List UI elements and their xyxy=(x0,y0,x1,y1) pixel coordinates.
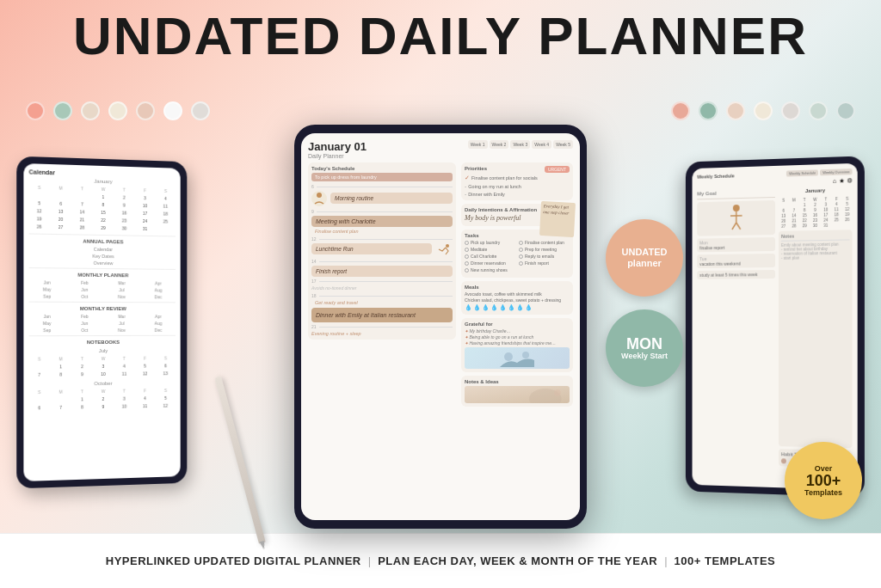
planner-screen: January 01 Daily Planner Week 1 Week 2 W… xyxy=(301,133,580,520)
annual-pages-label: ANNUAL PAGES xyxy=(29,238,176,246)
dot-6 xyxy=(163,101,182,120)
week-tab-2[interactable]: Week 2 xyxy=(490,140,509,149)
tablet-right-screen: Weekly Schedule Weekly Schedule Weekly O… xyxy=(693,163,858,490)
right-left-col: My Goal Mon finalise report xyxy=(697,189,775,466)
weekly-label: Weekly Schedule xyxy=(697,173,734,179)
planner-date-area: January 01 Daily Planner xyxy=(308,140,367,159)
bottom-text-3: 100+ TEMPLATES xyxy=(675,554,776,567)
mr-dec[interactable]: Dec xyxy=(141,328,176,333)
task-text-5: New running shoes xyxy=(471,267,508,273)
mp-apr[interactable]: Apr xyxy=(141,280,176,285)
jan-calendar: SMTWTFS 1234 567891011 12131415161718 19… xyxy=(29,184,176,233)
task-6: Finalise content plan xyxy=(519,240,570,245)
week-tab-4[interactable]: Week 4 xyxy=(532,140,551,149)
priority-text-2: Going on my run at lunch xyxy=(468,184,521,189)
time-12: 12 xyxy=(311,236,317,242)
tablet-center: January 01 Daily Planner Week 1 Week 2 W… xyxy=(294,125,587,529)
task-text-9: Finish report xyxy=(525,260,549,266)
badge-mon-sub: Weekly Start xyxy=(621,352,668,361)
yoga-illustration xyxy=(697,200,775,236)
overview-link[interactable]: Overview xyxy=(94,260,114,266)
task-circle-5 xyxy=(465,268,469,273)
dot-r3 xyxy=(726,101,745,120)
mp-jan[interactable]: Jan xyxy=(29,279,65,285)
mr-nov[interactable]: Nov xyxy=(104,328,139,333)
svg-point-5 xyxy=(554,389,561,396)
photo-placeholder xyxy=(465,347,570,369)
key-dates-link[interactable]: Key Dates xyxy=(92,254,114,259)
mr-may[interactable]: May xyxy=(29,321,65,326)
other-text: study at least 5 times this week xyxy=(699,272,773,278)
task-9: Finish report xyxy=(519,260,570,266)
svg-point-0 xyxy=(317,193,322,198)
task-circle-3 xyxy=(465,254,469,259)
tasks-box: Tasks Pick up laundry Meditate Call Char… xyxy=(461,230,573,278)
mr-jun[interactable]: Jun xyxy=(67,321,102,326)
task-circle-1 xyxy=(465,241,469,245)
stylus xyxy=(214,376,265,543)
dot-7 xyxy=(191,101,210,120)
weekly-tab-2[interactable]: Weekly Overview xyxy=(820,168,852,175)
calendar-link[interactable]: Calendar xyxy=(94,247,113,252)
task-circle-8 xyxy=(519,254,523,259)
drop-3: 💧 xyxy=(482,304,490,311)
task-3: Call Charlotte xyxy=(465,254,515,259)
yoga-svg xyxy=(724,203,749,233)
task-text-1: Pick up laundry xyxy=(471,240,500,245)
badge-templates-label: Templates xyxy=(804,488,842,497)
mp-oct[interactable]: Oct xyxy=(67,294,102,299)
mr-aug[interactable]: Aug xyxy=(141,321,176,326)
star-icon: ★ xyxy=(839,178,844,185)
mr-feb[interactable]: Feb xyxy=(67,314,102,319)
mp-sep[interactable]: Sep xyxy=(29,293,65,298)
time-9: 9 xyxy=(311,209,314,214)
mr-jul[interactable]: Jul xyxy=(104,321,139,326)
mr-mar[interactable]: Mar xyxy=(104,314,139,319)
runner-icon xyxy=(435,244,453,256)
task-circle-6 xyxy=(519,241,523,245)
drop-8: 💧 xyxy=(525,304,533,311)
mr-jan[interactable]: Jan xyxy=(29,314,65,319)
mr-oct[interactable]: Oct xyxy=(67,328,102,333)
mp-may[interactable]: May xyxy=(29,286,65,291)
task-circle-7 xyxy=(519,248,523,252)
time-slot-morning: 6 xyxy=(311,184,453,189)
mini-calendar: SMTWTFS 12345 6789101112 13141516171819 … xyxy=(779,197,853,229)
planner-header: January 01 Daily Planner Week 1 Week 2 W… xyxy=(308,140,573,159)
time-slot-12: 12 xyxy=(311,236,453,242)
planner-left-col: Today's Schedule To pick up dress from l… xyxy=(308,162,456,510)
right-tabs: Weekly Schedule Weekly Overview xyxy=(786,168,852,176)
lunch-item: Lunchtime Run xyxy=(311,243,432,254)
mp-aug[interactable]: Aug xyxy=(141,287,176,292)
mp-mar[interactable]: Mar xyxy=(104,280,139,285)
mon-text: finalise report xyxy=(699,244,773,250)
task-4: Dinner reservation xyxy=(465,260,515,266)
mp-nov[interactable]: Nov xyxy=(104,294,139,299)
content-plan-item: Finalise content plan xyxy=(315,229,453,234)
week-tab-3[interactable]: Week 3 xyxy=(510,140,530,149)
day-section-2: Tue vacation this weekend xyxy=(697,254,775,268)
mp-jul[interactable]: Jul xyxy=(104,287,139,292)
task-1: Pick up laundry xyxy=(465,240,515,245)
priority-text-3: Dinner with Emily xyxy=(468,192,504,197)
mp-jun[interactable]: Jun xyxy=(67,287,102,292)
notes-box: Notes & Ideas xyxy=(461,376,573,407)
goal-separator xyxy=(697,197,775,199)
mr-apr[interactable]: Apr xyxy=(141,314,176,319)
svg-point-2 xyxy=(504,352,513,361)
day-section: Mon finalise report xyxy=(697,237,775,252)
avoided-dinner: Avoids no-tioned dinner xyxy=(311,285,453,291)
mp-dec[interactable]: Dec xyxy=(141,294,176,299)
grateful-1: ✦ My birthday Charlie… xyxy=(465,328,570,334)
mr-sep[interactable]: Sep xyxy=(29,328,65,333)
mini-cal-month: January xyxy=(779,187,853,193)
schedule-title: Today's Schedule xyxy=(311,166,453,171)
notes-section: Notes Emily about meeting content plan -… xyxy=(779,230,853,448)
time-slot-14: 14 xyxy=(311,259,453,264)
week-tab-1[interactable]: Week 1 xyxy=(468,140,488,149)
weekly-tab-1[interactable]: Weekly Schedule xyxy=(786,169,818,176)
notes-title: Notes & Ideas xyxy=(465,379,570,384)
mp-feb[interactable]: Feb xyxy=(67,280,102,285)
dot-r2 xyxy=(699,101,718,120)
week-tab-5[interactable]: Week 5 xyxy=(553,140,573,149)
